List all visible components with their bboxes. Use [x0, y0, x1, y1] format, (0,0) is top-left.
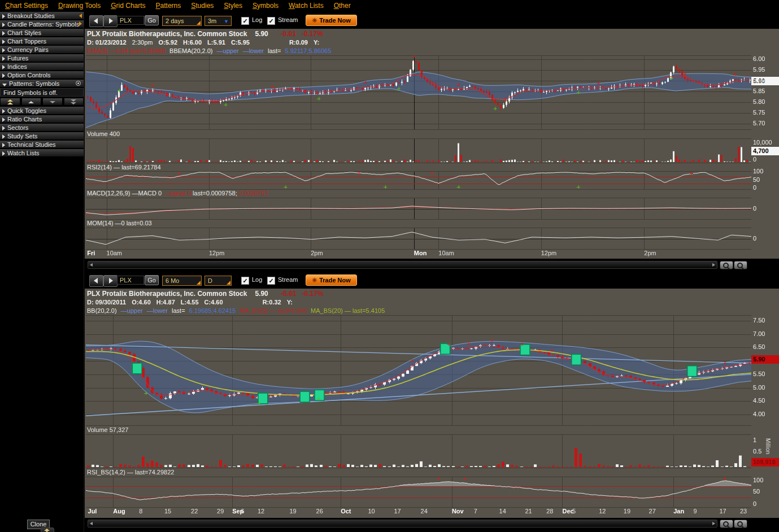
chevron-right-icon	[2, 48, 5, 53]
forward-button[interactable]	[103, 15, 117, 27]
log-checkbox[interactable]: ✓Log	[241, 276, 262, 285]
menu-item-studies[interactable]: Studies	[186, 0, 219, 10]
menu-item-symbols[interactable]: Symbols	[247, 0, 284, 10]
range-value: 2 days	[166, 18, 184, 24]
double-down-icon	[71, 99, 76, 102]
zoom-out-button[interactable]	[734, 520, 747, 528]
back-button[interactable]	[89, 275, 103, 287]
magnifier-plus-icon	[723, 263, 729, 268]
scroll-right-icon[interactable]	[712, 522, 715, 525]
scroll-right-icon[interactable]	[712, 263, 715, 267]
range-dropdown[interactable]: 2 days	[162, 16, 202, 26]
jump-first-button[interactable]	[0, 98, 20, 106]
scrollbar-row	[85, 260, 779, 269]
symbol-input[interactable]	[117, 16, 144, 25]
last-label: last=	[172, 307, 185, 314]
open-value: O:4.60	[132, 299, 151, 306]
trade-now-button[interactable]: ✳Trade Now	[306, 274, 357, 286]
next-button[interactable]	[42, 98, 63, 106]
menu-item-drawing-tools[interactable]: Drawing Tools	[53, 0, 106, 10]
menu-item-styles[interactable]: Styles	[219, 0, 247, 10]
scroll-left-icon[interactable]	[90, 522, 93, 525]
macd-signal-last: 0.0028767	[239, 190, 268, 197]
chevron-right-icon	[2, 151, 5, 156]
trade-now-label: Trade Now	[319, 17, 351, 24]
rsi-pane-label: RSI2(14) — last=69.21784	[87, 164, 161, 171]
scroll-left-icon[interactable]	[90, 263, 93, 267]
sidebar-item-study-sets[interactable]: Study Sets	[0, 132, 84, 139]
symbol-input[interactable]	[117, 276, 144, 285]
volume-pane-canvas[interactable]	[86, 138, 751, 163]
collapse-left-icon[interactable]	[79, 14, 82, 18]
forward-button[interactable]	[103, 275, 117, 287]
sidebar-item-watch-lists[interactable]: Watch Lists	[0, 149, 84, 156]
sidebar-item-patterns-symbols[interactable]: Patterns: Symbols	[0, 80, 84, 87]
stream-checkbox[interactable]: ✓Stream	[267, 16, 298, 25]
price-pane-canvas[interactable]	[86, 55, 751, 130]
trade-now-button[interactable]: ✳Trade Now	[306, 15, 357, 26]
sidebar-item-currency-pairs[interactable]: Currency Pairs	[0, 46, 84, 53]
zoom-in-button[interactable]	[720, 520, 733, 528]
double-up-icon	[7, 99, 13, 102]
bb-upper-legend: —upper	[217, 47, 239, 54]
go-button[interactable]: Go	[145, 15, 159, 25]
macd-pane-canvas[interactable]	[86, 198, 751, 220]
low-value: L:4.55	[181, 299, 199, 306]
h-scrollbar[interactable]	[88, 520, 717, 527]
go-button[interactable]: Go	[145, 275, 159, 285]
indicator-legend-row: BB(20,2.0)—upper—lowerlast=6.19685;4.624…	[87, 307, 389, 314]
sidebar-item-technical-studies[interactable]: Technical Studies	[0, 141, 84, 148]
menu-bar: Chart SettingsDrawing ToolsGrid ChartsPa…	[0, 0, 779, 11]
volume-pane-canvas[interactable]	[86, 434, 751, 468]
sidebar-item-label: Chart Styles	[7, 29, 41, 36]
sidebar-item-futures[interactable]: Futures	[0, 54, 84, 62]
interval-dropdown[interactable]: 3m▼	[204, 16, 232, 26]
sidebar-item-label: Option Controls	[7, 72, 50, 79]
rsi-pane-canvas[interactable]	[86, 171, 751, 190]
find-symbols-status: Find Symbols is off.	[0, 88, 84, 97]
app-root: Chart SettingsDrawing ToolsGrid ChartsPa…	[0, 0, 779, 532]
open-value: O:5.92	[158, 39, 177, 46]
price-pane-canvas[interactable]	[86, 315, 751, 426]
sidebar-item-sectors[interactable]: Sectors	[0, 124, 84, 131]
menu-item-grid-charts[interactable]: Grid Charts	[106, 0, 150, 10]
high-value: H:4.87	[156, 299, 175, 306]
prev-button[interactable]	[21, 98, 42, 106]
sidebar-item-ratio-charts[interactable]: Ratio Charts	[0, 115, 84, 123]
zoom-in-button[interactable]	[720, 261, 733, 269]
menu-item-watch-lists[interactable]: Watch Lists	[284, 0, 329, 10]
starburst-icon: ✳	[312, 17, 317, 24]
h-scrollbar[interactable]	[88, 261, 717, 269]
zoom-out-button[interactable]	[734, 261, 747, 269]
sidebar-item-quick-toggles[interactable]: Quick Toggles	[0, 107, 84, 114]
stream-checkbox[interactable]: ✓Stream	[267, 276, 298, 285]
sidebar-item-breakout-studies[interactable]: Breakout Studies	[0, 12, 84, 19]
stream-label: Stream	[278, 16, 298, 23]
indicator-legend-row: EMA(8) —5.84 last=5.89488BBEMA(20,2.0)—u…	[87, 47, 335, 54]
sidebar-item-label: Patterns: Symbols	[9, 80, 59, 87]
sidebar-item-indices[interactable]: Indices	[0, 63, 84, 70]
mom-pane-canvas[interactable]	[86, 228, 751, 250]
log-label: Log	[252, 276, 262, 283]
sidebar-item-chart-styles[interactable]: Chart Styles	[0, 29, 84, 36]
checkmark-icon: ✓	[267, 277, 275, 285]
sidebar-item-candle-patterns-symbols[interactable]: Candle Patterns: Symbols	[0, 20, 84, 28]
menu-item-chart-settings[interactable]: Chart Settings	[0, 0, 53, 10]
interval-dropdown[interactable]: D	[204, 276, 232, 286]
rsi-pane-canvas[interactable]	[86, 477, 751, 508]
back-button[interactable]	[89, 15, 103, 27]
sidebar-item-label: Ratio Charts	[7, 116, 42, 123]
menu-item-other[interactable]: Other	[329, 0, 356, 10]
macd-last: last=0.0009758;	[193, 190, 237, 197]
expand-panel-button[interactable]	[41, 527, 54, 532]
arrow-right-icon	[109, 18, 113, 24]
sidebar-item-chart-toppers[interactable]: Chart Toppers	[0, 37, 84, 45]
expand-right-icon[interactable]	[79, 21, 82, 26]
jump-last-button[interactable]	[64, 98, 84, 106]
menu-item-patterns[interactable]: Patterns	[151, 0, 186, 10]
sidebar-top-group: Breakout StudiesCandle Patterns: Symbols…	[0, 12, 84, 79]
sidebar-item-option-controls[interactable]: Option Controls	[0, 71, 84, 79]
range-dropdown[interactable]: 6 Mo	[162, 276, 202, 286]
log-checkbox[interactable]: ✓Log	[241, 16, 262, 25]
settings-icon[interactable]	[76, 81, 81, 86]
